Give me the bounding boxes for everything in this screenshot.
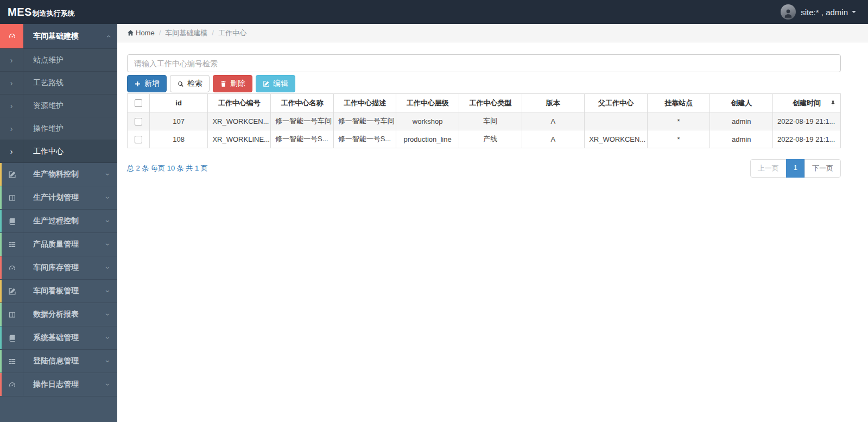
sidebar-item-production-process-control[interactable]: 生产过程控制 bbox=[0, 210, 117, 233]
col-header-level[interactable]: 工作中心层级 bbox=[396, 94, 459, 112]
col-header-create-time[interactable]: 创建时间 bbox=[773, 94, 841, 112]
pencil-square-icon bbox=[8, 171, 16, 179]
cell-name: 修一智能一号S... bbox=[271, 130, 334, 148]
cell-station: * bbox=[647, 112, 710, 130]
pin-icon[interactable] bbox=[830, 100, 836, 106]
sidebar-item-label: 车间基础建模 bbox=[23, 32, 107, 41]
breadcrumb: Home / 车间基础建模 / 工作中心 bbox=[117, 24, 868, 42]
cell-name: 修一智能一号车间 bbox=[271, 112, 334, 130]
sidebar-item-operation-log-management[interactable]: 操作日志管理 bbox=[0, 373, 117, 396]
chevron-down-icon bbox=[107, 381, 110, 388]
cell-station: * bbox=[647, 130, 710, 148]
sidebar-item-label: 工作中心 bbox=[23, 147, 117, 156]
chevron-right-icon bbox=[0, 72, 23, 94]
chevron-down-icon bbox=[107, 334, 110, 342]
sidebar-item-production-material-control[interactable]: 生产物料控制 bbox=[0, 163, 117, 186]
sidebar-item-label: 生产过程控制 bbox=[23, 216, 107, 226]
sidebar-item-resource-maintenance[interactable]: 资源维护 bbox=[0, 95, 117, 117]
delete-button[interactable]: 删除 bbox=[213, 75, 252, 92]
add-button[interactable]: 新增 bbox=[127, 75, 167, 92]
col-header-description[interactable]: 工作中心描述 bbox=[333, 94, 396, 112]
cell-parent bbox=[585, 112, 648, 130]
col-header-creator[interactable]: 创建人 bbox=[710, 94, 773, 112]
sidebar-item-login-info-management[interactable]: 登陆信息管理 bbox=[0, 350, 117, 373]
sidebar: 车间基础建模 站点维护 工艺路线 资源维护 操作维护 工作中心 bbox=[0, 24, 117, 422]
home-icon bbox=[127, 29, 134, 36]
edit-button[interactable]: 编辑 bbox=[256, 75, 295, 92]
breadcrumb-item-workshop-modeling[interactable]: 车间基础建模 bbox=[165, 28, 207, 38]
chevron-down-icon bbox=[107, 287, 110, 295]
app-logo: MES 制造执行系统 bbox=[0, 6, 117, 18]
trash-icon bbox=[220, 80, 227, 87]
sidebar-item-label: 资源维护 bbox=[23, 101, 117, 111]
cell-level: production_line bbox=[396, 130, 459, 148]
breadcrumb-separator: / bbox=[159, 29, 161, 37]
sidebar-item-workshop-modeling[interactable]: 车间基础建模 bbox=[0, 24, 117, 49]
tachometer-icon bbox=[8, 381, 16, 389]
sidebar-item-workshop-inventory-management[interactable]: 车间库存管理 bbox=[0, 256, 117, 280]
pagination: 上一页 1 下一页 bbox=[751, 159, 841, 178]
chevron-down-icon bbox=[107, 194, 110, 201]
col-header-parent[interactable]: 父工作中心 bbox=[585, 94, 648, 112]
select-all-cell bbox=[128, 94, 150, 112]
sidebar-item-label: 站点维护 bbox=[23, 55, 117, 65]
work-center-table: id 工作中心编号 工作中心名称 工作中心描述 工作中心层级 工作中心类型 版本… bbox=[127, 93, 841, 148]
row-checkbox[interactable] bbox=[135, 136, 142, 143]
cell-parent: XR_WORKCEN... bbox=[585, 130, 648, 148]
table-row[interactable]: 107 XR_WORKCEN... 修一智能一号车间 修一智能一号车间 work… bbox=[128, 112, 841, 130]
cell-type: 产线 bbox=[459, 130, 522, 148]
tachometer-icon bbox=[8, 264, 16, 272]
row-checkbox[interactable] bbox=[135, 118, 142, 125]
search-input[interactable] bbox=[127, 54, 841, 72]
col-header-station[interactable]: 挂靠站点 bbox=[647, 94, 710, 112]
chevron-right-icon bbox=[0, 95, 23, 117]
pencil-square-icon bbox=[8, 287, 16, 295]
cell-level: workshop bbox=[396, 112, 459, 130]
cell-type: 车间 bbox=[459, 112, 522, 130]
sidebar-item-process-route[interactable]: 工艺路线 bbox=[0, 72, 117, 95]
search-button[interactable]: 检索 bbox=[170, 75, 210, 92]
cell-creator: admin bbox=[710, 112, 773, 130]
breadcrumb-home[interactable]: Home bbox=[127, 29, 155, 37]
user-menu[interactable]: site:* , admin bbox=[781, 4, 856, 20]
chevron-down-icon bbox=[107, 171, 110, 178]
next-page-button[interactable]: 下一页 bbox=[804, 159, 841, 178]
col-header-id[interactable]: id bbox=[149, 94, 208, 112]
sidebar-item-work-center[interactable]: 工作中心 bbox=[0, 140, 117, 163]
cell-description: 修一智能一号车间 bbox=[333, 112, 396, 130]
sidebar-item-label: 操作日志管理 bbox=[23, 380, 107, 389]
sidebar-item-label: 系统基础管理 bbox=[23, 333, 107, 343]
sidebar-item-label: 生产计划管理 bbox=[23, 193, 107, 203]
sidebar-item-data-analysis-report[interactable]: 数据分析报表 bbox=[0, 303, 117, 326]
sidebar-item-label: 车间库存管理 bbox=[23, 263, 107, 273]
sidebar-item-label: 操作维护 bbox=[23, 124, 117, 134]
table-row[interactable]: 108 XR_WORKLINE... 修一智能一号S... 修一智能一号S...… bbox=[128, 130, 841, 148]
user-avatar[interactable] bbox=[781, 4, 796, 20]
edit-icon bbox=[263, 80, 270, 87]
col-header-version[interactable]: 版本 bbox=[522, 94, 585, 112]
cell-version: A bbox=[522, 130, 585, 148]
sidebar-item-label: 产品质量管理 bbox=[23, 240, 107, 249]
sidebar-item-system-basic-management[interactable]: 系统基础管理 bbox=[0, 326, 117, 350]
person-icon bbox=[783, 8, 794, 18]
select-all-checkbox[interactable] bbox=[135, 99, 142, 107]
prev-page-button[interactable]: 上一页 bbox=[750, 159, 787, 178]
cell-code: XR_WORKLINE... bbox=[208, 130, 271, 148]
sidebar-item-label: 数据分析报表 bbox=[23, 310, 107, 319]
sidebar-item-production-plan-management[interactable]: 生产计划管理 bbox=[0, 186, 117, 210]
sidebar-item-station-maintenance[interactable]: 站点维护 bbox=[0, 49, 117, 72]
col-header-type[interactable]: 工作中心类型 bbox=[459, 94, 522, 112]
chevron-down-icon bbox=[107, 357, 110, 365]
sidebar-item-label: 生产物料控制 bbox=[23, 169, 107, 179]
col-header-code[interactable]: 工作中心编号 bbox=[208, 94, 271, 112]
sidebar-item-workshop-kanban-management[interactable]: 车间看板管理 bbox=[0, 280, 117, 303]
cell-creator: admin bbox=[710, 130, 773, 148]
checkbox-cell bbox=[128, 112, 150, 130]
page-1-button[interactable]: 1 bbox=[786, 159, 805, 178]
col-header-name[interactable]: 工作中心名称 bbox=[271, 94, 334, 112]
sidebar-item-product-quality-management[interactable]: 产品质量管理 bbox=[0, 233, 117, 256]
chevron-down-icon bbox=[107, 217, 110, 225]
caret-down-icon bbox=[852, 11, 856, 13]
breadcrumb-separator: / bbox=[212, 29, 214, 37]
sidebar-item-operation-maintenance[interactable]: 操作维护 bbox=[0, 117, 117, 140]
